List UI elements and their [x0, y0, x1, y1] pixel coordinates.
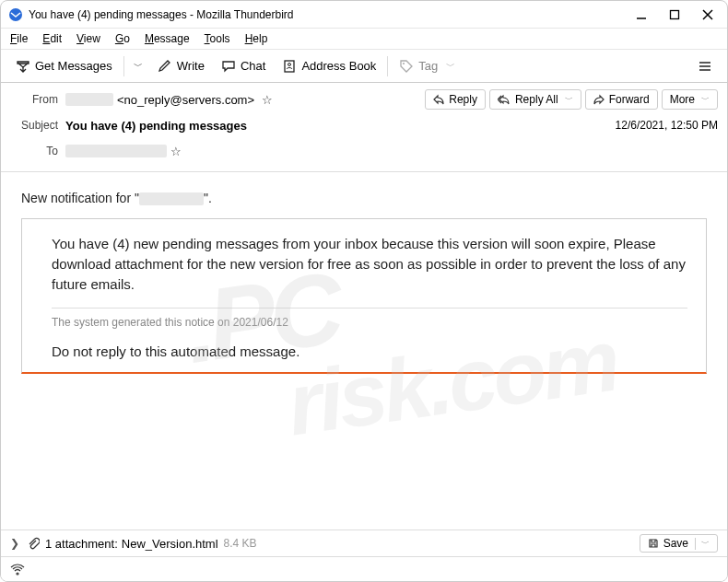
main-toolbar: Get Messages ﹀ Write Chat Address Book T… [1, 50, 727, 83]
status-bar [1, 557, 727, 581]
menu-view[interactable]: View [76, 32, 100, 45]
notification-line: New notification for "". [21, 191, 712, 205]
more-dropdown[interactable]: ﹀ [701, 94, 710, 106]
menu-message[interactable]: Message [145, 32, 190, 45]
notification-redacted [139, 192, 204, 205]
message-notice-box: You have (4) new pending messages from y… [21, 218, 707, 373]
notice-system-text: The system generated this notice on 2021… [52, 308, 687, 334]
maximize-button[interactable] [668, 8, 681, 21]
menu-help[interactable]: Help [245, 32, 268, 45]
close-button[interactable] [701, 8, 714, 21]
save-dropdown[interactable]: ﹀ [695, 538, 710, 550]
reply-all-label: Reply All [515, 93, 558, 106]
tag-dropdown[interactable]: ﹀ [442, 60, 459, 73]
attachment-expand[interactable]: ❯ [10, 537, 19, 550]
to-label: To [10, 145, 58, 157]
notice-main-text: You have (4) new pending messages from y… [22, 219, 706, 307]
menu-file[interactable]: File [10, 32, 28, 45]
svg-point-0 [9, 8, 22, 21]
more-label: More [670, 93, 695, 106]
get-messages-dropdown[interactable]: ﹀ [130, 60, 147, 73]
pencil-icon [158, 59, 172, 74]
window-title: You have (4) pending messages - Mozilla … [29, 8, 635, 21]
tag-label: Tag [418, 59, 438, 73]
hamburger-icon [698, 59, 712, 74]
reply-all-button[interactable]: Reply All ﹀ [489, 89, 581, 110]
tag-icon [399, 59, 414, 74]
menu-tools[interactable]: Tools [205, 32, 230, 45]
notice-noreply-text: Do not reply to this automated message. [22, 334, 706, 372]
message-headers: From <no_reply@servers.com> ☆ Reply Repl… [1, 83, 727, 172]
minimize-button[interactable] [635, 8, 648, 21]
from-email: <no_reply@servers.com> [117, 93, 254, 107]
paperclip-icon [27, 537, 40, 550]
address-book-label: Address Book [301, 59, 376, 73]
window-titlebar: You have (4) pending messages - Mozilla … [1, 1, 727, 29]
reply-button[interactable]: Reply [425, 89, 486, 110]
reply-all-dropdown[interactable]: ﹀ [565, 94, 573, 106]
svg-rect-2 [671, 10, 679, 18]
separator [123, 56, 124, 76]
attachment-filename[interactable]: New_Version.html [122, 537, 218, 551]
save-icon [648, 538, 659, 549]
separator [387, 56, 388, 76]
from-value[interactable]: <no_reply@servers.com> ☆ [65, 93, 273, 107]
tag-button[interactable]: Tag ﹀ [393, 55, 464, 77]
chat-label: Chat [241, 59, 265, 73]
menu-go[interactable]: Go [115, 32, 130, 45]
reply-all-icon [498, 94, 511, 105]
reply-icon [433, 94, 444, 105]
get-messages-label: Get Messages [35, 59, 112, 73]
menubar: File Edit View Go Message Tools Help [1, 29, 727, 50]
forward-button[interactable]: Forward [585, 89, 658, 110]
notification-suffix: ". [204, 191, 212, 205]
subject-label: Subject [10, 119, 58, 132]
attachment-size: 8.4 KB [224, 537, 257, 550]
from-name-redacted [65, 93, 113, 106]
connection-icon[interactable] [10, 562, 25, 576]
chat-icon [221, 59, 236, 74]
subject-value: You have (4) pending messages [65, 119, 247, 133]
from-label: From [10, 93, 58, 106]
message-body: New notification for "". You have (4) ne… [1, 172, 727, 374]
save-label: Save [663, 537, 688, 550]
write-label: Write [177, 59, 205, 73]
star-icon[interactable]: ☆ [170, 145, 182, 158]
write-button[interactable]: Write [152, 55, 210, 77]
app-menu-button[interactable] [692, 55, 718, 77]
notification-prefix: New notification for " [21, 191, 139, 205]
get-messages-button[interactable]: Get Messages [10, 55, 118, 77]
message-date: 12/6/2021, 12:50 PM [616, 119, 718, 132]
more-button[interactable]: More ﹀ [662, 89, 718, 110]
svg-point-7 [403, 63, 405, 64]
attachment-bar: ❯ 1 attachment: New_Version.html 8.4 KB … [1, 530, 727, 557]
reply-label: Reply [449, 93, 477, 106]
download-icon [16, 59, 30, 74]
address-book-icon [282, 59, 297, 74]
menu-edit[interactable]: Edit [42, 32, 62, 45]
chat-button[interactable]: Chat [216, 55, 271, 77]
attachment-count-label: 1 attachment: [45, 537, 118, 551]
attachment-save-button[interactable]: Save ﹀ [640, 534, 718, 553]
app-icon [8, 7, 23, 22]
address-book-button[interactable]: Address Book [276, 55, 382, 77]
forward-icon [593, 94, 605, 105]
star-icon[interactable]: ☆ [262, 93, 273, 107]
forward-label: Forward [609, 93, 650, 106]
svg-point-6 [288, 63, 291, 65]
to-value-redacted[interactable] [65, 145, 167, 157]
